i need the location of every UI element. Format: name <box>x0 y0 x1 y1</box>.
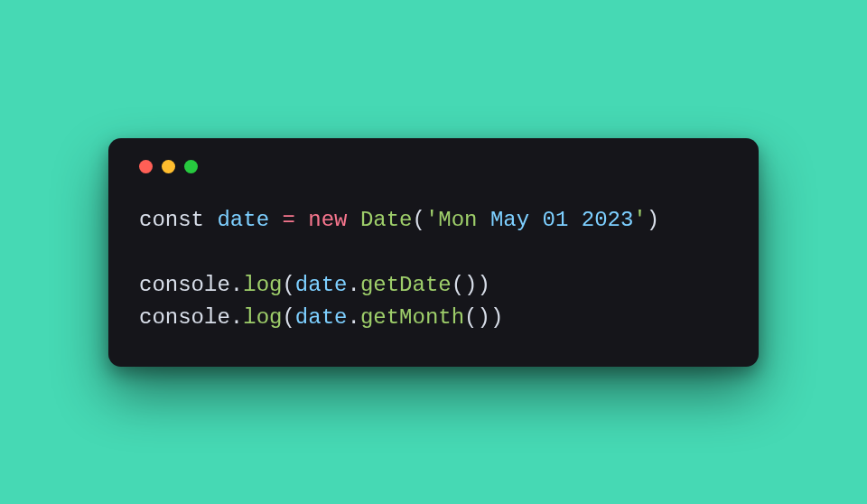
string-quote-open: ' <box>425 208 438 232</box>
operator-assign: = <box>282 208 294 232</box>
method-log: log <box>243 305 282 330</box>
method-log: log <box>243 273 282 297</box>
dot: . <box>230 305 243 330</box>
paren-close: ) <box>478 273 490 297</box>
identifier-console: console <box>139 273 230 297</box>
paren-open: ( <box>282 273 294 297</box>
paren-close: ) <box>464 273 477 297</box>
paren-open: ( <box>412 208 424 232</box>
keyword-const: const <box>139 208 204 232</box>
identifier-date-decl: date <box>217 208 269 232</box>
paren-open: ( <box>282 305 294 330</box>
identifier-date: date <box>295 273 348 297</box>
paren-open: ( <box>464 305 477 330</box>
paren-open: ( <box>452 273 464 297</box>
keyword-new: new <box>308 208 347 232</box>
string-part-2: May 01 2023 <box>490 208 633 232</box>
method-getdate: getDate <box>360 273 452 297</box>
method-getmonth: getMonth <box>360 305 464 330</box>
string-part-1: Mon <box>438 208 490 232</box>
stage: const date = new Date('Mon May 01 2023')… <box>0 0 867 504</box>
window-controls <box>139 160 728 173</box>
string-quote-close: ' <box>633 208 646 232</box>
identifier-date: date <box>295 305 348 330</box>
dot: . <box>230 273 243 297</box>
close-icon[interactable] <box>139 160 153 173</box>
code-block: const date = new Date('Mon May 01 2023')… <box>139 204 728 334</box>
identifier-console: console <box>139 305 230 330</box>
minimize-icon[interactable] <box>162 160 175 173</box>
paren-close: ) <box>647 208 659 232</box>
code-window: const date = new Date('Mon May 01 2023')… <box>108 138 759 367</box>
paren-close: ) <box>490 305 503 330</box>
class-date: Date <box>360 208 413 232</box>
dot: . <box>347 305 359 330</box>
paren-close: ) <box>478 305 490 330</box>
dot: . <box>347 273 359 297</box>
maximize-icon[interactable] <box>184 160 198 173</box>
